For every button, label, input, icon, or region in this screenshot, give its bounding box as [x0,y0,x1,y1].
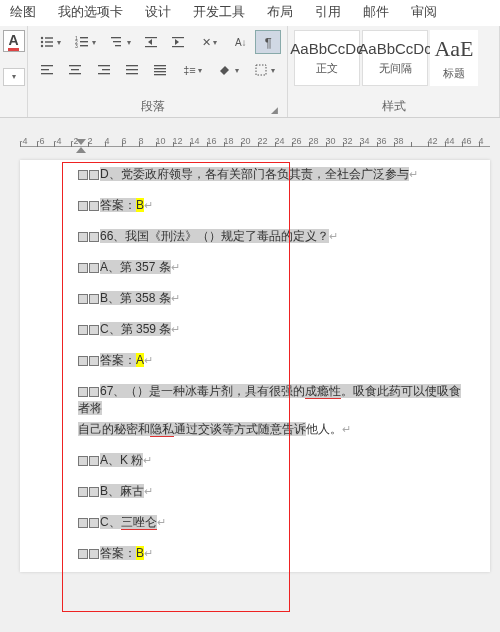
svg-point-0 [41,37,43,39]
doc-line[interactable]: A、第 357 条↵ [78,259,470,276]
font-group: A ▾ [0,26,28,117]
tab-draw[interactable]: 绘图 [8,0,38,25]
first-line-indent[interactable] [76,139,86,145]
paragraph-group: 123 ✕ A↓ ¶ ‡≡ 段落◢ [28,26,288,117]
svg-rect-33 [154,65,166,66]
tab-devtools[interactable]: 开发工具 [191,0,247,25]
svg-rect-22 [41,69,49,70]
svg-rect-16 [145,37,157,38]
svg-rect-34 [154,68,166,69]
align-center-button[interactable] [62,58,88,82]
numbering-button[interactable]: 123 [69,30,102,54]
svg-rect-3 [45,41,53,42]
svg-rect-7 [80,37,88,38]
svg-text:3: 3 [75,43,78,49]
svg-rect-26 [69,73,81,74]
hanging-indent[interactable] [76,147,86,153]
svg-rect-37 [256,65,266,75]
borders-button[interactable] [247,58,281,82]
doc-line-answer[interactable]: 答案：B↵ [78,197,470,214]
svg-rect-29 [98,73,110,74]
align-justify-button[interactable] [119,58,145,82]
style-normal[interactable]: AaBbCcDc正文 [294,30,360,86]
svg-rect-30 [126,65,138,66]
svg-rect-25 [71,69,79,70]
align-distribute-button[interactable] [147,58,173,82]
svg-marker-18 [175,39,179,45]
svg-rect-21 [41,65,53,66]
doc-line[interactable]: D、党委政府领导，各有关部门各负其责，全社会广泛参与↵ [78,166,470,183]
svg-rect-23 [41,73,53,74]
tab-review[interactable]: 审阅 [409,0,439,25]
workspace: D、党委政府领导，各有关部门各负其责，全社会广泛参与↵ 答案：B↵ 66、我国《… [0,160,500,632]
tab-design[interactable]: 设计 [143,0,173,25]
increase-indent-button[interactable] [166,30,192,54]
paragraph-group-label: 段落 [34,96,271,115]
styles-group-label: 样式 [294,96,493,115]
document-page[interactable]: D、党委政府领导，各有关部门各负其责，全社会广泛参与↵ 答案：B↵ 66、我国《… [20,160,490,572]
doc-line[interactable]: 自己的秘密和隐私通过交谈等方式随意告诉他人。↵ [78,421,470,438]
line-spacing-button[interactable]: ‡≡ [176,58,210,82]
svg-rect-11 [80,45,88,46]
tab-references[interactable]: 引用 [313,0,343,25]
svg-rect-19 [172,37,184,38]
svg-rect-24 [69,65,81,66]
sort-button[interactable]: A↓ [228,30,254,54]
svg-rect-32 [126,73,138,74]
tab-mytab[interactable]: 我的选项卡 [56,0,125,25]
doc-line[interactable]: 66、我国《刑法》（）规定了毒品的定义？↵ [78,228,470,245]
svg-rect-14 [115,45,121,46]
doc-line[interactable]: C、三唑仑↵ [78,514,470,531]
svg-rect-17 [145,46,157,47]
svg-rect-12 [111,37,121,38]
svg-rect-36 [154,74,166,75]
tab-mail[interactable]: 邮件 [361,0,391,25]
style-nospacing[interactable]: AaBbCcDc无间隔 [362,30,428,86]
svg-rect-13 [113,41,121,42]
font-color-button[interactable]: A [3,30,25,52]
doc-line[interactable]: 67、（）是一种冰毒片剂，具有很强的成瘾性。吸食此药可以使吸食者将 [78,383,470,417]
align-left-button[interactable] [34,58,60,82]
svg-rect-31 [126,69,138,70]
shading-button[interactable] [211,58,245,82]
bullets-button[interactable] [34,30,67,54]
svg-point-4 [41,45,43,47]
style-heading[interactable]: AaE标题 [430,30,478,86]
doc-line[interactable]: B、第 358 条↵ [78,290,470,307]
doc-line[interactable]: A、K 粉↵ [78,452,470,469]
doc-line[interactable]: B、麻古↵ [78,483,470,500]
doc-line-answer[interactable]: 答案：B↵ [78,545,470,562]
ribbon: A ▾ 123 ✕ A↓ ¶ ‡≡ [0,26,500,118]
multilevel-button[interactable] [103,30,136,54]
svg-rect-20 [172,46,184,47]
svg-rect-9 [80,41,88,42]
svg-rect-1 [45,37,53,38]
svg-rect-5 [45,45,53,46]
doc-line[interactable]: C、第 359 条↵ [78,321,470,338]
styles-group: AaBbCcDc正文 AaBbCcDc无间隔 AaE标题 样式 [288,26,500,117]
horizontal-ruler[interactable]: -4-6-4-224681012141618202224262830323436… [20,136,490,156]
tab-layout[interactable]: 布局 [265,0,295,25]
svg-marker-15 [148,39,152,45]
doc-line-answer[interactable]: 答案：A↵ [78,352,470,369]
show-marks-button[interactable]: ¶ [255,30,281,54]
asian-layout-button[interactable]: ✕ [193,30,226,54]
svg-rect-27 [98,65,110,66]
svg-rect-35 [154,71,166,72]
font-dropdown[interactable]: ▾ [3,68,25,86]
svg-point-2 [41,41,43,43]
ruler-area: -4-6-4-224681012141618202224262830323436… [0,118,500,160]
decrease-indent-button[interactable] [138,30,164,54]
paragraph-dialog-launcher[interactable]: ◢ [271,105,281,115]
align-right-button[interactable] [91,58,117,82]
svg-rect-28 [102,69,110,70]
ribbon-tabs: 绘图 我的选项卡 设计 开发工具 布局 引用 邮件 审阅 [0,0,500,26]
